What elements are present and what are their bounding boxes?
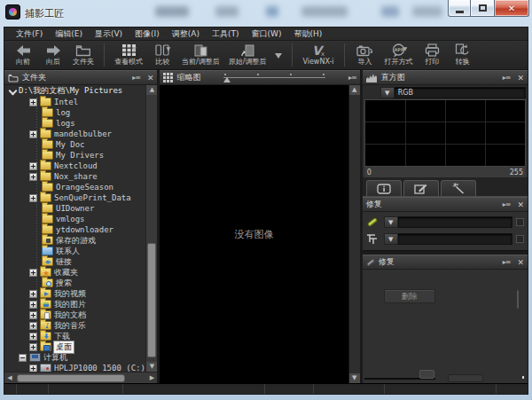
scrollbar-thumb[interactable]	[147, 243, 156, 357]
retouch-enable-checkbox[interactable]	[516, 235, 524, 243]
tree-item[interactable]: 我的文档	[4, 310, 145, 320]
panel-menu-icon[interactable]: ▸≡	[503, 74, 511, 82]
print-button[interactable]: 打印	[418, 41, 448, 69]
original-adjusted-button[interactable]: 原始/调整后	[224, 41, 271, 69]
slider-thumb[interactable]	[223, 77, 231, 82]
tree-item[interactable]: 下载	[4, 331, 145, 341]
menu-item-窗口[interactable]: 窗口(W)	[246, 27, 288, 41]
menu-item-文件[interactable]: 文件(F)	[10, 27, 49, 41]
menu-item-工具[interactable]: 工具(T)	[206, 27, 246, 41]
menu-item-编辑[interactable]: 编辑(E)	[49, 27, 89, 41]
tree-item[interactable]: 桌面	[4, 341, 145, 352]
scrollbar-track[interactable]	[15, 373, 146, 383]
scrollbar-thumb[interactable]	[17, 374, 125, 382]
menu-item-帮助[interactable]: 帮助(H)	[287, 27, 328, 41]
menu-item-调整[interactable]: 调整(A)	[166, 27, 206, 41]
close-button[interactable]: ✕	[494, 0, 529, 17]
tree-item[interactable]: 保存的游戏	[4, 235, 145, 246]
compare-button[interactable]: ▼比较	[147, 41, 177, 69]
delete-button[interactable]: 删除	[384, 289, 435, 303]
retouch-option-dropdown[interactable]: ▼	[384, 216, 512, 228]
tree-root-item[interactable]: D:\我的文档\My Pictures	[4, 85, 145, 97]
folder-tree-vertical-scrollbar[interactable]: ▲ ▼	[145, 85, 157, 372]
tree-item[interactable]: 搜索	[4, 278, 145, 288]
close-icon[interactable]: ✕	[513, 258, 524, 267]
tree-item[interactable]: vmlogs	[4, 214, 145, 224]
tree-item[interactable]: SenQuePrint_Data	[4, 192, 145, 203]
collapse-icon[interactable]	[19, 354, 27, 362]
tree-item[interactable]: HPLJP1000 1500 (C:)	[4, 363, 145, 372]
back-button[interactable]: 向前	[8, 41, 38, 69]
view-mode-button[interactable]: ▼查看模式	[110, 41, 147, 69]
minimize-button[interactable]	[448, 0, 471, 17]
expand-icon[interactable]	[29, 290, 37, 298]
tree-item[interactable]: OrangeSeason	[4, 182, 145, 192]
current-adjusted-button[interactable]: 当前/调整后	[177, 41, 224, 69]
tree-item[interactable]: log	[4, 107, 145, 118]
close-icon[interactable]: ✕	[513, 200, 524, 209]
tree-item[interactable]: Nox_share	[4, 171, 145, 182]
retouch-enable-checkbox[interactable]	[516, 218, 524, 226]
thumbnail-size-slider[interactable]	[223, 72, 325, 83]
title-bar[interactable]: 捕影工匠 ✕	[0, 0, 532, 27]
viewnx-button[interactable]: VxViewNX-i	[298, 41, 338, 69]
scroll-down-icon[interactable]: ▼	[349, 373, 360, 383]
tree-item[interactable]: My Doc	[4, 139, 145, 150]
channel-dropdown[interactable]: ▼ RGB	[380, 87, 526, 98]
expand-icon[interactable]	[29, 322, 37, 330]
maximize-button[interactable]	[471, 0, 494, 17]
scroll-up-icon[interactable]: ▲	[146, 85, 157, 95]
expand-icon[interactable]	[29, 98, 37, 106]
folder-button[interactable]: 文件夹	[68, 41, 98, 69]
convert-button[interactable]: 转换	[448, 41, 478, 69]
tree-item[interactable]: 计算机	[4, 352, 145, 363]
chevron-down-icon[interactable]: ▼	[380, 87, 395, 98]
menu-item-显示[interactable]: 显示(V)	[89, 27, 129, 41]
panel-menu-icon[interactable]: ▸≡	[132, 74, 140, 82]
forward-button[interactable]: 向后	[38, 41, 68, 69]
tree-item[interactable]: logs	[4, 118, 145, 129]
import-button[interactable]: 导入	[350, 41, 380, 69]
chevron-down-icon[interactable]: ▼	[384, 233, 398, 245]
tree-item[interactable]: My Drivers	[4, 150, 145, 161]
tree-item[interactable]: 我的视频	[4, 288, 145, 299]
expand-icon[interactable]	[29, 173, 37, 181]
panel-menu-icon[interactable]: ▸≡	[348, 74, 356, 82]
tree-item[interactable]: mandelbulber	[4, 129, 145, 139]
folder-tree-horizontal-scrollbar[interactable]: ◀ ▶	[4, 372, 157, 383]
menu-item-图像[interactable]: 图像(I)	[129, 27, 166, 41]
open-with-button[interactable]: APP▼打开方式	[380, 41, 418, 69]
tree-item[interactable]: ytdownloader	[4, 224, 145, 235]
close-icon[interactable]: ✕	[144, 74, 154, 82]
tree-item[interactable]: UIDowner	[4, 203, 145, 214]
scroll-left-icon[interactable]: ◀	[4, 374, 15, 381]
size-slider-handle[interactable]	[419, 370, 434, 379]
thumbnail-vertical-scrollbar[interactable]: ▲ ▼	[348, 85, 360, 383]
more-dropdown-button[interactable]	[270, 41, 286, 69]
tree-item[interactable]: 链接	[4, 256, 145, 267]
close-icon[interactable]: ✕	[513, 74, 524, 82]
tree-item[interactable]: 我的图片	[4, 299, 145, 310]
expand-icon[interactable]	[29, 301, 37, 309]
chevron-down-icon[interactable]: ▼	[384, 216, 398, 228]
scroll-down-icon[interactable]: ▼	[146, 362, 157, 372]
dock-bottom-button[interactable]	[448, 374, 483, 382]
expand-icon[interactable]	[29, 333, 37, 341]
expand-icon[interactable]	[29, 194, 37, 202]
expand-icon[interactable]	[29, 162, 37, 170]
tab-edit[interactable]	[403, 180, 439, 196]
scroll-right-icon[interactable]: ▶	[146, 374, 157, 381]
expand-icon[interactable]	[29, 269, 37, 277]
tree-item[interactable]: Intel	[4, 97, 145, 107]
expand-icon[interactable]	[29, 311, 37, 319]
tree-item[interactable]: 联系人	[4, 246, 145, 256]
retouch-option-dropdown[interactable]: ▼	[384, 233, 512, 245]
tree-item[interactable]: Nextcloud	[4, 161, 145, 171]
expand-icon[interactable]	[29, 130, 37, 138]
expand-icon[interactable]	[29, 365, 37, 373]
scroll-up-icon[interactable]: ▲	[349, 85, 360, 95]
panel-menu-icon[interactable]: ▸≡	[503, 200, 511, 208]
tab-retouch[interactable]	[441, 180, 476, 196]
tab-info[interactable]	[366, 180, 402, 196]
panel-menu-icon[interactable]: ▸≡	[503, 258, 511, 266]
